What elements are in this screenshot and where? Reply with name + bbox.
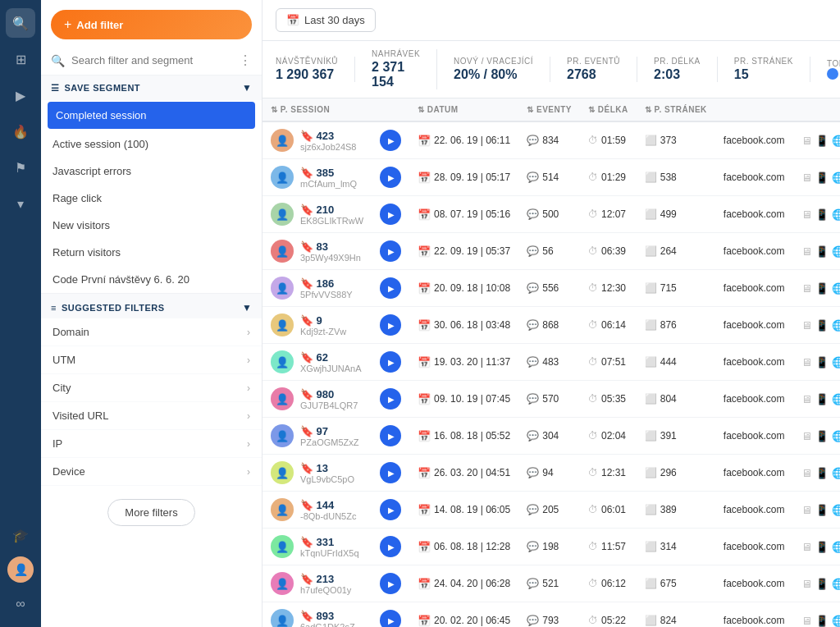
- filter-item-utm[interactable]: UTM›: [41, 346, 262, 374]
- search-input[interactable]: [71, 54, 232, 66]
- th-pages-label: ⇅ P. STRÁNEK: [645, 105, 707, 114]
- pages-cell: ⬜ 538: [637, 159, 715, 196]
- events-cell: 💬 570: [518, 381, 580, 418]
- th-events[interactable]: ⇅ EVENTY: [518, 98, 580, 121]
- play-button[interactable]: [380, 499, 401, 520]
- pages-cell: ⬜ 876: [637, 307, 715, 344]
- filter-item-visited-url[interactable]: Visited URL›: [41, 402, 262, 430]
- play-button[interactable]: [380, 314, 401, 336]
- play-button[interactable]: [380, 388, 401, 410]
- pages-cell: ⬜ 444: [637, 344, 715, 381]
- table-row: 👤 🔖 893 6adG1DK2sZ 📅 20. 02. 20 | 06:45: [262, 602, 840, 628]
- session-id: h7ufeQO01y: [300, 585, 351, 595]
- duration-value: ⏱ 06:39: [588, 245, 628, 257]
- sidebar-item-new-visitors[interactable]: New visitors: [41, 212, 262, 239]
- nav-icon-flag[interactable]: ⚑: [6, 153, 35, 182]
- play-button[interactable]: [380, 204, 401, 225]
- play-button[interactable]: [380, 425, 401, 446]
- sidebar-item-completed[interactable]: Completed session: [48, 102, 255, 129]
- date-cell: 📅 24. 04. 20 | 06:28: [409, 565, 518, 602]
- play-button[interactable]: [380, 573, 401, 594]
- globe-icon: 🌐: [832, 467, 840, 479]
- referer-value: facebook.com: [724, 319, 785, 331]
- filter-item-city[interactable]: City›: [41, 374, 262, 402]
- session-info: 🔖 385 mCfAum_lmQ: [300, 167, 357, 189]
- sidebar-item-return[interactable]: Return visitors: [41, 239, 262, 266]
- globe-icon: 🌐: [832, 430, 840, 442]
- filter-item-domain[interactable]: Domain›: [41, 318, 262, 346]
- play-button[interactable]: [380, 277, 401, 299]
- top-bar: 📅 Last 30 days: [262, 0, 840, 41]
- stat-events-value: 2768: [567, 67, 620, 82]
- th-date[interactable]: ⇅ DATUM: [409, 98, 518, 121]
- more-filters-button[interactable]: More filters: [107, 499, 194, 526]
- date-value: 📅 19. 03. 20 | 11:37: [418, 356, 510, 368]
- referer-cell: facebook.com: [715, 121, 793, 159]
- suggested-filters-section: ≡ SUGGESTED FILTERS ▼ Domain›UTM›City›Vi…: [41, 294, 262, 486]
- play-button[interactable]: [380, 610, 401, 627]
- nav-icon-graduation[interactable]: 🎓: [6, 520, 35, 550]
- th-duration[interactable]: ⇅ DÉLKA: [580, 98, 637, 121]
- events-cell: 💬 868: [518, 307, 580, 344]
- options-icon[interactable]: ⋮: [239, 53, 252, 68]
- sidebar-item-js-errors[interactable]: Javascript errors: [41, 158, 262, 185]
- events-value: 💬 793: [527, 615, 572, 626]
- calendar-cell-icon: 📅: [418, 172, 431, 184]
- date-range-button[interactable]: 📅 Last 30 days: [276, 8, 376, 32]
- date-value: 📅 28. 09. 19 | 05:17: [418, 172, 510, 184]
- segment-chevron-icon[interactable]: ▼: [242, 82, 252, 94]
- session-cell: 👤 🔖 186 5PfvVVS88Y: [262, 270, 372, 307]
- filters-chevron-icon[interactable]: ▼: [242, 302, 252, 314]
- devices-cell: 🖥 📱 🌐 🚩: [793, 565, 840, 602]
- mobile-icon: 📱: [815, 430, 829, 442]
- nav-icon-filter[interactable]: ▾: [6, 189, 35, 218]
- monitor-icon: 🖥: [801, 430, 812, 442]
- pages-icon: ⬜: [645, 504, 657, 515]
- sidebar-item-code[interactable]: Code První návštěvy 6. 6. 20: [41, 266, 262, 293]
- filter-label-domain: Domain: [52, 326, 89, 338]
- duration-value: ⏱ 01:59: [588, 135, 628, 146]
- duration-cell: ⏱ 01:29: [580, 159, 637, 196]
- referer-cell: facebook.com: [715, 159, 793, 196]
- th-pages[interactable]: ⇅ P. STRÁNEK: [637, 98, 715, 121]
- play-button[interactable]: [380, 536, 401, 557]
- sidebar-item-active[interactable]: Active session (100): [41, 130, 262, 158]
- clock-icon: ⏱: [588, 135, 598, 146]
- top-devices-list: PC Apple Chrome: [827, 68, 840, 80]
- nav-icon-fire[interactable]: 🔥: [6, 117, 35, 146]
- globe-icon: 🌐: [832, 393, 840, 405]
- play-cell: [372, 381, 409, 418]
- session-cell: 👤 🔖 83 3p5Wy49X9Hn: [262, 233, 372, 270]
- avatar: 👤: [271, 203, 294, 226]
- play-button[interactable]: [380, 240, 401, 262]
- nav-icon-infinity[interactable]: ∞: [6, 589, 35, 619]
- filter-item-device[interactable]: Device›: [41, 458, 262, 486]
- duration-cell: ⏱ 01:59: [580, 121, 637, 159]
- session-id: -8Qb-dUN5Zc: [300, 511, 356, 521]
- session-info: 🔖 97 PZaOGM5ZxZ: [300, 425, 359, 447]
- duration-value: ⏱ 01:29: [588, 172, 628, 183]
- filter-item-ip[interactable]: IP›: [41, 430, 262, 458]
- date-value: 📅 30. 06. 18 | 03:48: [418, 319, 510, 332]
- clock-icon: ⏱: [588, 541, 598, 552]
- nav-avatar[interactable]: 👤: [7, 556, 34, 583]
- duration-cell: ⏱ 02:04: [580, 418, 637, 455]
- pages-value: ⬜ 314: [645, 541, 707, 552]
- add-filter-button[interactable]: + Add filter: [51, 10, 252, 39]
- play-cell: [372, 529, 409, 565]
- th-session[interactable]: ⇅ P. SESSION: [262, 98, 372, 121]
- globe-icon: 🌐: [832, 356, 840, 368]
- nav-icon-play[interactable]: ▶: [6, 80, 35, 110]
- play-button[interactable]: [380, 351, 401, 373]
- pages-icon: ⬜: [645, 615, 657, 626]
- play-button[interactable]: [380, 462, 401, 483]
- nav-icon-grid[interactable]: ⊞: [6, 44, 35, 74]
- nav-icon-search[interactable]: 🔍: [6, 8, 35, 38]
- session-number: 🔖 13: [300, 462, 354, 474]
- session-info: 🔖 62 XGwjhJUNAnA: [300, 351, 362, 373]
- play-button[interactable]: [380, 167, 401, 188]
- device-icons: 🖥 📱 🌐 🚩: [801, 504, 840, 516]
- sidebar-item-rage[interactable]: Rage click: [41, 185, 262, 212]
- play-button[interactable]: [380, 130, 401, 151]
- stat-top-device-label: TOP ZAŘÍZENÍ: [827, 59, 840, 68]
